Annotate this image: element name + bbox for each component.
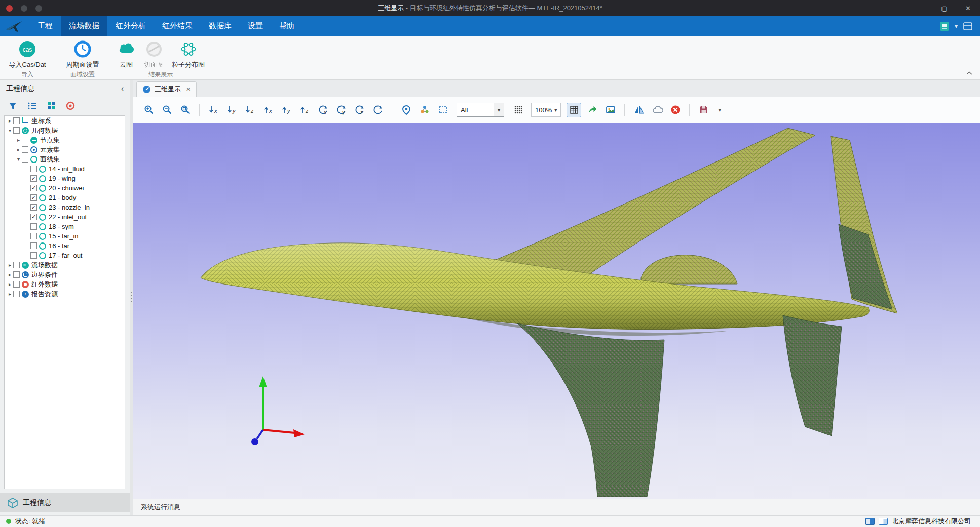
mirror-icon[interactable] (631, 103, 646, 117)
tree-item[interactable]: ▾几何数据 (5, 126, 125, 135)
tree-item[interactable]: ▸坐标系 (5, 116, 125, 126)
rotate-x-icon[interactable]: x (316, 103, 330, 117)
tree-checkbox[interactable] (30, 252, 37, 259)
tree-checkbox[interactable]: ✓ (30, 194, 37, 201)
view-z-up-icon[interactable]: z (297, 103, 312, 117)
contour-cloud-button[interactable]: 云图 (117, 39, 136, 69)
dock-layout-icon-2[interactable] (879, 518, 888, 525)
tree-checkbox[interactable]: ✓ (30, 214, 37, 220)
tree-item[interactable]: ✓23 - nozzle_in (5, 202, 125, 212)
tree-item[interactable]: ▸红外数据 (5, 279, 125, 289)
project-tree[interactable]: ▸坐标系▾几何数据▸节点集▸元素集▾面线集14 - int_fluid✓19 -… (4, 115, 125, 489)
filter-funnel-icon[interactable] (7, 100, 18, 111)
ribbon-collapse-button[interactable] (966, 71, 973, 75)
tab-close-icon[interactable]: ✕ (186, 86, 191, 93)
tree-expand-arrow[interactable]: ▸ (15, 147, 22, 152)
probe-pin-icon[interactable] (399, 103, 413, 117)
tree-item[interactable]: ▾面线集 (5, 154, 125, 164)
menu-item-7[interactable]: 帮助 (271, 16, 303, 36)
region-select-icon[interactable] (435, 103, 450, 117)
tab-3d-view[interactable]: 三维显示 ✕ (136, 81, 197, 97)
tree-item[interactable]: ✓22 - inlet_out (5, 212, 125, 222)
tree-item[interactable]: ▸报告资源 (5, 289, 125, 299)
style-icon[interactable] (939, 21, 950, 31)
viewport-3d-canvas[interactable] (133, 123, 980, 499)
project-info-bottom-tab[interactable]: 工程信息 (0, 493, 130, 512)
menu-item-4[interactable]: 红外结果 (154, 16, 201, 36)
zoom-out-icon[interactable] (160, 103, 174, 117)
view-x-down-icon[interactable]: x (206, 103, 221, 117)
minimize-button[interactable]: – (909, 0, 932, 16)
list-view-icon[interactable] (26, 100, 37, 111)
tree-checkbox[interactable] (22, 156, 28, 163)
tree-checkbox[interactable] (13, 271, 20, 278)
share-arrow-icon[interactable] (585, 103, 599, 117)
tree-item[interactable]: ▸节点集 (5, 135, 125, 145)
tree-checkbox[interactable] (13, 127, 20, 134)
tree-item[interactable]: ▸流场数据 (5, 260, 125, 270)
tree-checkbox[interactable] (30, 233, 37, 239)
halftone-icon[interactable] (511, 103, 525, 117)
tree-checkbox[interactable]: ✓ (30, 185, 37, 191)
tree-expand-arrow[interactable]: ▸ (7, 118, 13, 124)
tree-checkbox[interactable]: ✓ (30, 175, 37, 182)
rotate-free-icon[interactable] (370, 103, 385, 117)
tree-item[interactable]: ▸元素集 (5, 145, 125, 154)
molecule-icon[interactable] (417, 103, 432, 117)
tree-item[interactable]: ▸边界条件 (5, 270, 125, 279)
tree-item[interactable]: ✓21 - body (5, 193, 125, 202)
tree-checkbox[interactable] (13, 291, 20, 297)
dock-layout-icon-1[interactable] (865, 518, 875, 525)
view-x-up-icon[interactable]: x (261, 103, 276, 117)
window-layout-icon[interactable] (963, 21, 973, 31)
tree-item[interactable]: ✓20 - chuiwei (5, 183, 125, 193)
tree-expand-arrow[interactable]: ▸ (7, 262, 13, 268)
grid-view-icon[interactable] (46, 100, 57, 111)
cas-import-button[interactable]: cas导入Cas/Dat (9, 39, 46, 69)
menu-item-5[interactable]: 数据库 (201, 16, 240, 36)
tree-item[interactable]: 17 - far_out (5, 251, 125, 260)
view-z-down-icon[interactable]: z (243, 103, 257, 117)
tree-checkbox[interactable] (30, 166, 37, 172)
tree-checkbox[interactable] (22, 137, 28, 143)
tree-checkbox[interactable] (13, 262, 20, 268)
menu-item-1[interactable]: 工程 (29, 16, 61, 36)
display-filter-select[interactable]: All▾ (457, 103, 504, 117)
tree-checkbox[interactable] (13, 117, 20, 124)
tree-item[interactable]: ✓19 - wing (5, 174, 125, 183)
zoom-in-icon[interactable] (141, 103, 156, 117)
tree-checkbox[interactable] (30, 223, 37, 230)
tree-expand-arrow[interactable]: ▸ (7, 291, 13, 297)
menu-item-6[interactable]: 设置 (240, 16, 271, 36)
tree-expand-arrow[interactable]: ▸ (15, 137, 22, 143)
target-icon[interactable] (65, 100, 76, 111)
tree-expand-arrow[interactable]: ▾ (15, 156, 22, 162)
chevron-down-icon[interactable]: ▾ (955, 23, 958, 30)
clear-results-icon[interactable] (668, 103, 683, 117)
cloud-outline-icon[interactable] (650, 103, 664, 117)
tree-checkbox[interactable] (30, 242, 37, 249)
panel-collapse-button[interactable]: ‹ (121, 84, 124, 93)
maximize-button[interactable]: ▢ (932, 0, 956, 16)
rotate-y-icon[interactable]: y (334, 103, 349, 117)
tree-item[interactable]: 16 - far (5, 241, 125, 251)
tree-checkbox[interactable] (13, 281, 20, 288)
tree-expand-arrow[interactable]: ▾ (7, 128, 13, 133)
particle-distribution-button[interactable]: 粒子分布图 (172, 39, 205, 69)
tree-checkbox[interactable] (22, 146, 28, 153)
view-y-down-icon[interactable]: y (224, 103, 239, 117)
snapshot-icon[interactable] (603, 103, 618, 117)
caret-down-icon[interactable]: ▾ (714, 103, 725, 117)
tree-item[interactable]: 14 - int_fluid (5, 164, 125, 174)
rotate-z-icon[interactable]: z (352, 103, 367, 117)
tree-item[interactable]: 18 - sym (5, 222, 125, 231)
menu-item-2[interactable]: 流场数据 (61, 16, 107, 36)
tree-item[interactable]: 15 - far_in (5, 231, 125, 241)
close-button[interactable]: ✕ (956, 0, 980, 16)
chevron-down-icon[interactable]: ▾ (494, 103, 504, 116)
tree-expand-arrow[interactable]: ▸ (7, 281, 13, 287)
zoom-fit-icon[interactable] (178, 103, 193, 117)
tree-checkbox[interactable]: ✓ (30, 204, 37, 211)
tree-expand-arrow[interactable]: ▸ (7, 272, 13, 277)
periodic-face-button[interactable]: 周期面设置 (66, 39, 99, 69)
